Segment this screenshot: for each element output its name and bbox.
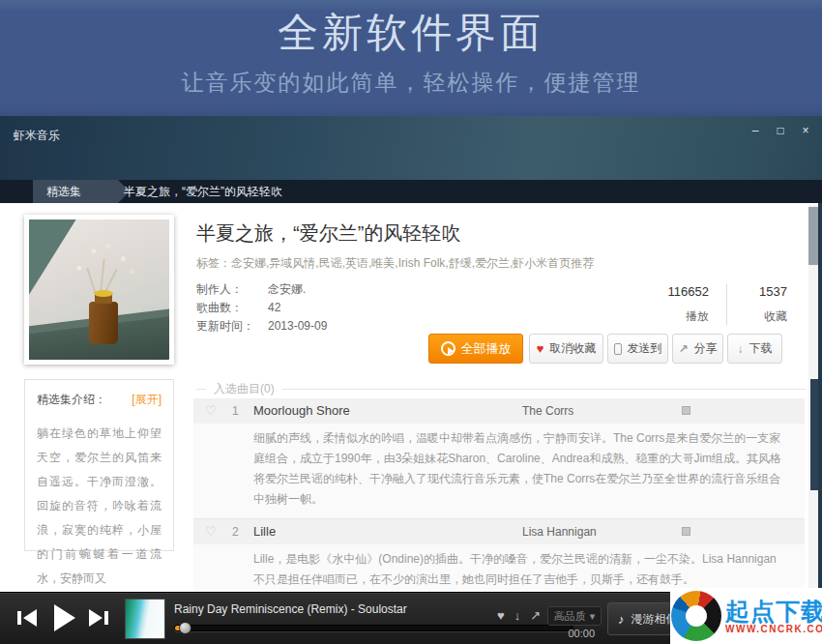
progress-bar[interactable] xyxy=(174,625,573,631)
player-icons: ♥ ↓ ↗ xyxy=(497,608,541,623)
track-number: 1 xyxy=(232,404,239,418)
progress-handle[interactable] xyxy=(179,622,191,634)
favorite-track-icon[interactable]: ♡ xyxy=(205,524,217,539)
caret-down-icon: ▾ xyxy=(590,610,596,623)
download-icon: ↓ xyxy=(738,342,744,356)
play-button[interactable] xyxy=(54,604,77,631)
favs-stat: 1537 收藏 xyxy=(727,284,787,325)
breadcrumb-current: 半夏之旅，“爱尔兰”的风轻轻吹 xyxy=(124,180,282,203)
plays-label: 播放 xyxy=(665,308,709,325)
now-playing-thumbnail[interactable] xyxy=(125,599,165,639)
track-row[interactable]: ♡ 1 Moorlough Shore The Corrs xyxy=(193,398,805,424)
watermark: 起点下载 WWW.CNCRK.COM xyxy=(670,588,822,644)
collection-stats: 116652 播放 1537 收藏 xyxy=(665,284,787,325)
meta-label: 歌曲数： xyxy=(196,299,268,317)
play-all-label: 全部播放 xyxy=(461,340,512,358)
share-icon: ↗ xyxy=(678,342,688,356)
meta-value-count: 42 xyxy=(268,299,280,317)
share-button[interactable]: ↗ 分享 xyxy=(672,334,723,364)
track-item: ♡ 1 Moorlough Shore The Corrs 细腻的声线，柔情似水… xyxy=(193,398,805,518)
quality-label: 高品质 xyxy=(554,609,586,624)
now-playing-title[interactable]: Rainy Day Reminiscence (Remix) - Soulost… xyxy=(174,602,407,616)
meta-value-creator[interactable]: 念安娜. xyxy=(268,280,306,299)
watermark-name: 起点下载 xyxy=(725,599,822,624)
app-title: 虾米音乐 xyxy=(14,128,60,144)
unfavorite-label: 取消收藏 xyxy=(549,340,596,357)
favorite-track-icon[interactable]: ♡ xyxy=(205,403,217,418)
meta-label: 制作人： xyxy=(196,280,268,299)
track-description: 细腻的声线，柔情似水的吟唱，温暖中却带着点滴感伤，宁静而安详。The Corrs… xyxy=(193,424,805,518)
minimize-button[interactable]: – xyxy=(749,124,762,137)
send-to-label: 发送到 xyxy=(628,340,662,357)
cncrk-logo-icon xyxy=(671,591,721,641)
track-list: ♡ 1 Moorlough Shore The Corrs 细腻的声线，柔情似水… xyxy=(193,398,805,592)
previous-button[interactable] xyxy=(17,609,39,627)
track-description: Lille，是电影《水中仙》(Ondine)的插曲。干净的嗓音，爱尔兰民谣的清新… xyxy=(193,544,805,592)
device-icon xyxy=(614,343,622,355)
track-item: ♡ 2 Lille Lisa Hannigan Lille，是电影《水中仙》(O… xyxy=(193,518,805,592)
content-area: 精选集介绍： [展开] 躺在绿色的草地上仰望天空，爱尔兰的风笛来自遥远。干净而澄… xyxy=(0,203,822,592)
track-artist[interactable]: The Corrs xyxy=(522,404,573,418)
collection-tags: 标签：念安娜,异域风情,民谣,英语,唯美,Irish Folk,舒缓,爱尔兰,虾… xyxy=(196,255,594,272)
tracklist-header-label: 入选曲目(0) xyxy=(214,381,275,397)
tags-label: 标签： xyxy=(196,256,231,270)
favs-count: 1537 xyxy=(727,284,787,299)
play-circle-icon xyxy=(441,341,455,356)
app-header: 虾米音乐 – □ × ← → 发现音乐 ♪ 我的音乐 播放列表 xyxy=(0,116,822,180)
track-row[interactable]: ♡ 2 Lille Lisa Hannigan xyxy=(193,519,805,544)
track-number: 2 xyxy=(232,525,239,539)
breadcrumb-section[interactable]: 精选集 xyxy=(33,180,130,203)
share-label: 分享 xyxy=(694,340,718,357)
intro-title: 精选集介绍： xyxy=(37,392,106,408)
breadcrumb: 精选集 半夏之旅，“爱尔兰”的风轻轻吹 xyxy=(0,180,822,203)
promo-banner: 全新软件界面 让音乐变的如此简单，轻松操作，便捷管理 xyxy=(0,0,822,116)
window-controls: – □ × xyxy=(749,124,812,137)
download-song-icon[interactable]: ↓ xyxy=(514,608,521,623)
album-icon[interactable] xyxy=(682,527,690,536)
meta-value-updated: 2013-09-09 xyxy=(268,317,327,336)
plays-stat: 116652 播放 xyxy=(665,284,727,325)
track-title[interactable]: Moorlough Shore xyxy=(253,403,350,418)
maximize-button[interactable]: □ xyxy=(774,124,787,137)
plays-count: 116652 xyxy=(665,284,709,299)
album-icon[interactable] xyxy=(682,406,690,415)
collection-meta: 制作人：念安娜. 歌曲数：42 更新时间：2013-09-09 xyxy=(196,280,327,336)
watermark-url: WWW.CNCRK.COM xyxy=(725,624,822,634)
favs-label: 收藏 xyxy=(727,308,787,325)
share-song-icon[interactable]: ↗ xyxy=(530,608,541,623)
download-button[interactable]: ↓ 下载 xyxy=(727,334,782,364)
track-title[interactable]: Lille xyxy=(253,524,276,539)
download-label: 下载 xyxy=(749,340,773,357)
music-note-icon: ♪ xyxy=(618,612,625,627)
window-edge xyxy=(818,203,822,592)
playback-time: 00:00 xyxy=(554,628,595,639)
play-all-button[interactable]: 全部播放 xyxy=(428,334,523,364)
intro-text: 躺在绿色的草地上仰望天空，爱尔兰的风笛来自遥远。干净而澄澈。回旋的音符，吟咏着流… xyxy=(37,422,161,591)
track-artist[interactable]: Lisa Hannigan xyxy=(522,525,597,539)
screenshot-root: 全新软件界面 让音乐变的如此简单，轻松操作，便捷管理 虾米音乐 – □ × ← … xyxy=(0,0,822,644)
send-to-button[interactable]: 发送到 xyxy=(607,334,668,364)
collection-title: 半夏之旅，“爱尔兰”的风轻轻吹 xyxy=(196,220,460,247)
tracklist-header: 入选曲目(0) xyxy=(196,381,806,397)
favorite-song-icon[interactable]: ♥ xyxy=(497,608,505,623)
collection-cover[interactable] xyxy=(24,215,174,365)
close-button[interactable]: × xyxy=(799,124,812,137)
quality-selector[interactable]: 高品质 ▾ xyxy=(547,606,602,626)
intro-box: 精选集介绍： [展开] 躺在绿色的草地上仰望天空，爱尔兰的风笛来自遥远。干净而澄… xyxy=(24,379,174,551)
banner-subtitle: 让音乐变的如此简单，轻松操作，便捷管理 xyxy=(0,68,822,98)
intro-expand-link[interactable]: [展开] xyxy=(132,392,161,408)
cover-image xyxy=(29,220,169,360)
banner-title: 全新软件界面 xyxy=(0,6,822,60)
heart-icon: ♥ xyxy=(537,341,544,356)
unfavorite-button[interactable]: ♥ 取消收藏 xyxy=(529,334,603,364)
tags-value[interactable]: 念安娜,异域风情,民谣,英语,唯美,Irish Folk,舒缓,爱尔兰,虾小米首… xyxy=(231,256,594,270)
meta-label: 更新时间： xyxy=(196,317,268,336)
next-button[interactable] xyxy=(89,609,110,627)
